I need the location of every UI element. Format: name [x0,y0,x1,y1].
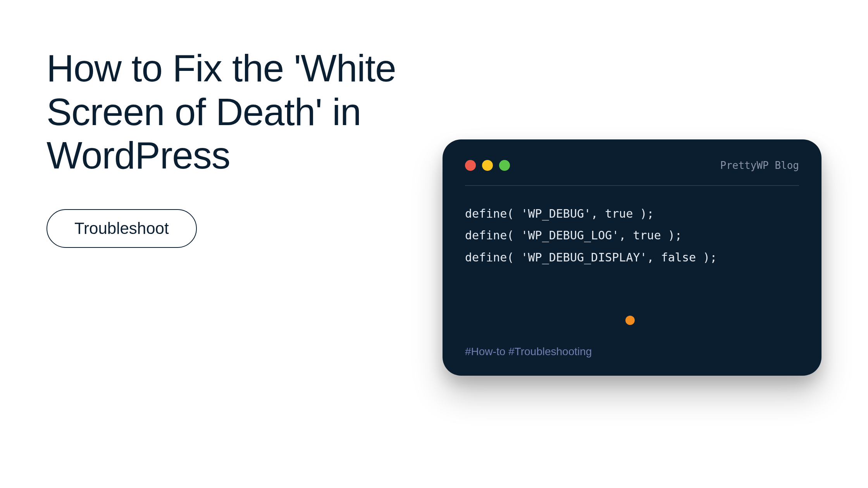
maximize-icon[interactable] [499,160,510,171]
troubleshoot-button[interactable]: Troubleshoot [46,209,197,248]
window-controls [465,160,510,171]
cursor-dot-icon [625,316,635,325]
terminal-divider [465,185,799,186]
code-block: define( 'WP_DEBUG', true ); define( 'WP_… [465,203,799,311]
right-column: PrettyWP Blog define( 'WP_DEBUG', true )… [418,46,822,376]
terminal-window: PrettyWP Blog define( 'WP_DEBUG', true )… [443,139,822,376]
terminal-header: PrettyWP Blog [465,160,799,171]
close-icon[interactable] [465,160,476,171]
left-column: How to Fix the 'White Screen of Death' i… [46,46,418,248]
page-title: How to Fix the 'White Screen of Death' i… [46,46,418,177]
minimize-icon[interactable] [482,160,493,171]
page-container: How to Fix the 'White Screen of Death' i… [0,0,868,488]
terminal-brand-label: PrettyWP Blog [720,160,799,171]
terminal-tags: #How-to #Troubleshooting [465,345,799,358]
